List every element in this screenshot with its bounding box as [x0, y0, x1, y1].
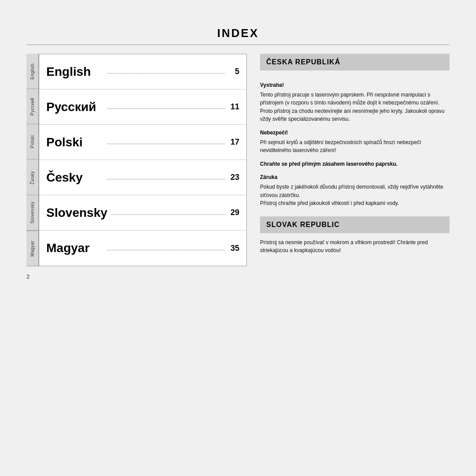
- entry-page-polish: 17: [229, 138, 239, 147]
- entry-label-english: English: [46, 65, 104, 79]
- index-entries: English 5 Русский 11 Polski 17 Česky: [39, 54, 247, 266]
- entry-label-russian: Русский: [46, 100, 104, 114]
- vystraha-heading: Vystraha!: [260, 81, 450, 89]
- index-entry-english: English 5: [39, 54, 246, 89]
- tab-russian[interactable]: Русский: [26, 89, 39, 124]
- entry-page-czech: 23: [229, 173, 239, 182]
- czech-republic-content: Vystraha! Tento přístroj pracuje s laser…: [260, 76, 450, 208]
- tabs-column: English Русский Polski Česky Slovensky M…: [26, 54, 39, 266]
- slovak-republic-content: Prístroj sa nesmie používať v mokrom a v…: [260, 238, 450, 255]
- page-number: 2: [26, 273, 450, 280]
- nebezpeci-heading: Nebezpečí!: [260, 129, 450, 137]
- entry-label-slovensky: Slovensky: [46, 206, 108, 220]
- czech-republic-header: ČESKA REPUBLIKÁ: [260, 54, 450, 71]
- chrante-heading: Chraňte se před přímým zásahem laserovéh…: [260, 160, 450, 168]
- main-layout: English Русский Polski Česky Slovensky M…: [26, 54, 450, 266]
- entry-page-magyar: 35: [229, 244, 239, 253]
- entry-page-english: 5: [229, 67, 239, 76]
- entry-label-polish: Polski: [46, 135, 104, 149]
- zaruka-text: Pokud byste z jakéhokoli důvodu přístroj…: [260, 183, 450, 208]
- left-section: English Русский Polski Česky Slovensky M…: [26, 54, 247, 266]
- zaruka-heading: Záruka: [260, 173, 450, 182]
- entry-label-czech: Česky: [46, 171, 104, 185]
- slovak-republic-header: SLOVAK REPUBLIC: [260, 216, 450, 233]
- index-entry-slovensky: Slovensky 29: [39, 195, 246, 231]
- tab-magyar[interactable]: Magyar: [26, 231, 39, 266]
- entry-label-magyar: Magyar: [46, 241, 104, 255]
- entry-dots-russian: [107, 108, 225, 109]
- index-entry-magyar: Magyar 35: [39, 231, 246, 266]
- entry-dots-english: [107, 73, 225, 74]
- tab-english[interactable]: English: [26, 54, 39, 89]
- entry-dots-czech: [107, 179, 225, 179]
- right-section: ČESKA REPUBLIKÁ Vystraha! Tento přístroj…: [247, 54, 450, 266]
- entry-page-russian: 11: [229, 102, 239, 112]
- entry-dots-magyar: [107, 250, 225, 250]
- slovak-text: Prístroj sa nesmie používať v mokrom a v…: [260, 238, 450, 255]
- entry-dots-slovensky: [111, 214, 225, 215]
- tab-polish[interactable]: Polski: [26, 124, 39, 160]
- index-entry-czech: Česky 23: [39, 160, 246, 195]
- index-entry-russian: Русский 11: [39, 89, 246, 125]
- nebezpeci-text: Při sejmutí krytů a odjištění bezpečnost…: [260, 138, 450, 155]
- page-container: INDEX English Русский Polski Česky Slove…: [26, 26, 450, 280]
- entry-page-slovensky: 29: [229, 208, 239, 217]
- tab-slovensky[interactable]: Slovensky: [26, 195, 39, 231]
- index-entry-polish: Polski 17: [39, 125, 246, 160]
- tab-czech[interactable]: Česky: [26, 160, 39, 195]
- vystraha-text: Tento přístroj pracuje s laserovým paprs…: [260, 91, 450, 123]
- entry-dots-polish: [107, 144, 225, 144]
- page-title: INDEX: [26, 26, 450, 45]
